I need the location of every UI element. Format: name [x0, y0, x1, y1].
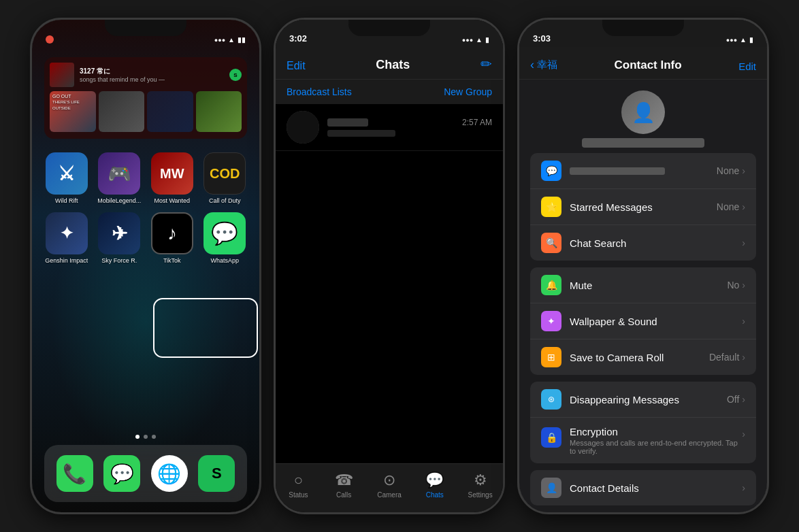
tab-settings[interactable]: ⚙ Settings: [457, 471, 503, 499]
tab-settings-icon: ⚙: [474, 471, 487, 489]
status-right-2: ●●● ▲ ▮: [462, 36, 489, 44]
settings-value-off: Off: [727, 394, 739, 405]
settings-row-search[interactable]: 🔍 Chat Search ›: [530, 225, 756, 261]
app-icon-whatsapp[interactable]: 💬: [203, 212, 246, 254]
settings-row-contact-details[interactable]: 👤 Contact Details ›: [530, 470, 756, 505]
contact-avatar-large: 👤: [621, 90, 665, 134]
broadcast-lists-button[interactable]: Broadcast Lists: [287, 86, 352, 97]
signal-2: ●●●: [462, 37, 473, 44]
app-icon-skyforce[interactable]: ✈: [98, 212, 140, 254]
settings-row-mute[interactable]: 🔔 Mute No ›: [530, 267, 756, 303]
settings-value-none-0: None: [717, 165, 739, 176]
encryption-sub-text: Messages and calls are end-to-end encryp…: [570, 439, 742, 455]
settings-chevron-2: ›: [742, 237, 745, 248]
record-indicator: [46, 35, 54, 44]
chats-edit-button[interactable]: Edit: [287, 60, 306, 72]
app-mobilelegend[interactable]: 🎮 MobileLegend...: [97, 152, 142, 204]
tab-camera[interactable]: ⊙ Camera: [367, 471, 412, 499]
settings-icon-starred: ⭐: [541, 197, 561, 217]
wifi-icon: ▲: [228, 36, 235, 44]
settings-row-name[interactable]: 💬 None ›: [530, 153, 756, 189]
tab-chats[interactable]: 💬 Chats: [412, 471, 457, 499]
dock-chrome[interactable]: 🌐: [151, 455, 188, 492]
notch-3: [602, 20, 684, 36]
status-left-2: 3:02: [289, 33, 307, 44]
spotify-thumb-1[interactable]: GO OUT THERE'S LIFE OUTSIDE: [50, 91, 96, 132]
app-icon-tiktok[interactable]: ♪: [151, 212, 193, 254]
chat-avatar-1: [287, 111, 319, 144]
app-label-skyforce: Sky Force R.: [101, 257, 137, 264]
chats-screen: 3:02 ●●● ▲ ▮ Edit Chats ✏ Broadcast List…: [276, 20, 503, 512]
settings-value-none-1: None: [717, 201, 739, 212]
settings-group-4: 👤 Contact Details ›: [519, 470, 767, 505]
dock: 📞 💬 🌐 S: [44, 445, 247, 502]
name-blur-bar: [570, 167, 665, 175]
tab-calls[interactable]: ☎ Calls: [321, 471, 367, 499]
settings-row-wallpaper[interactable]: ✦ Wallpaper & Sound ›: [530, 303, 756, 339]
settings-label-search: Chat Search: [570, 237, 742, 249]
settings-chevron-1: ›: [742, 201, 745, 212]
settings-row-starred[interactable]: ⭐ Starred Messages None ›: [530, 189, 756, 225]
spotify-logo-icon: S: [229, 69, 242, 81]
spotify-thumb-4[interactable]: [196, 91, 242, 132]
app-tiktok[interactable]: ♪ TikTok: [150, 212, 195, 264]
contact-back-button[interactable]: ‹ 幸福: [530, 58, 557, 72]
tab-camera-label: Camera: [377, 491, 402, 499]
section-gap-1: [519, 261, 767, 267]
dot-3: [152, 435, 156, 439]
settings-chevron-5: ›: [742, 352, 745, 363]
app-skyforce[interactable]: ✈ Sky Force R.: [97, 212, 142, 264]
notch-1: [105, 20, 186, 36]
app-whatsapp[interactable]: 💬 WhatsApp: [203, 212, 248, 264]
contact-edit-button[interactable]: Edit: [738, 61, 756, 72]
section-gap-3: [519, 463, 767, 470]
spotify-thumb-3[interactable]: [147, 91, 193, 132]
new-group-button[interactable]: New Group: [444, 86, 492, 97]
app-label-mobilelegend: MobileLegend...: [97, 197, 141, 204]
signal-3: ●●●: [726, 37, 737, 44]
contact-header: 👤: [519, 80, 767, 153]
settings-row-camera-roll[interactable]: ⊞ Save to Camera Roll Default ›: [530, 339, 756, 375]
time-display-2: 3:02: [289, 33, 307, 44]
tab-camera-icon: ⊙: [383, 471, 395, 489]
chats-compose-button[interactable]: ✏: [480, 56, 492, 72]
chat-preview-1: [327, 130, 395, 137]
app-genshin[interactable]: ✦ Genshin Impact: [44, 212, 89, 264]
spotify-thumb-1-text: GO OUT THERE'S LIFE OUTSIDE: [50, 91, 96, 114]
chat-name-1: [327, 118, 368, 127]
spotify-widget[interactable]: 3127 常に songs that remind me of you — S …: [44, 57, 247, 139]
app-label-mostwanted: Most Wanted: [154, 197, 190, 204]
settings-chevron-8: ›: [742, 482, 745, 493]
settings-row-disappearing[interactable]: ⊛ Disappearing Messages Off ›: [530, 382, 756, 418]
app-icon-genshin[interactable]: ✦: [46, 212, 88, 254]
app-wildrift[interactable]: ⚔ Wild Rift: [44, 152, 89, 204]
home-screen: ●●● ▲ ▮▮ 3127 常に songs that remind me of…: [32, 20, 259, 512]
spotify-album-art: [50, 63, 74, 87]
chats-tab-bar: ○ Status ☎ Calls ⊙ Camera 💬 Chats ⚙ S: [276, 463, 503, 512]
settings-label-starred: Starred Messages: [570, 201, 717, 213]
app-label-genshin: Genshin Impact: [45, 257, 88, 264]
app-icon-wildrift[interactable]: ⚔: [46, 152, 88, 195]
app-icon-mostwanted[interactable]: MW: [151, 152, 193, 195]
wifi-2: ▲: [476, 36, 483, 44]
app-callofduty[interactable]: COD Call of Duty: [203, 152, 248, 204]
dock-messages[interactable]: 💬: [103, 455, 140, 492]
signal-icon: ●●●: [214, 37, 225, 44]
app-label-callofduty: Call of Duty: [209, 197, 241, 204]
settings-label-wallpaper: Wallpaper & Sound: [570, 316, 742, 327]
chat-time-1: 2:57 AM: [462, 118, 492, 127]
spotify-widget-top: 3127 常に songs that remind me of you — S: [50, 63, 242, 87]
dock-spotify[interactable]: S: [198, 455, 235, 492]
tab-status[interactable]: ○ Status: [276, 471, 321, 499]
spotify-thumb-2[interactable]: [99, 91, 145, 132]
settings-chevron-0: ›: [742, 165, 745, 176]
settings-row-encryption[interactable]: 🔒 Encryption Messages and calls are end-…: [530, 418, 756, 463]
app-mostwanted[interactable]: MW Most Wanted: [150, 152, 195, 204]
spotify-title: 3127 常に: [80, 67, 224, 76]
app-icon-callofduty[interactable]: COD: [203, 152, 246, 195]
app-icon-mobilelegend[interactable]: 🎮: [98, 152, 140, 195]
dock-phone[interactable]: 📞: [56, 455, 93, 492]
app-label-tiktok: TikTok: [163, 257, 181, 264]
contact-name-blurred: [582, 138, 704, 148]
chat-item-1[interactable]: 2:57 AM: [276, 104, 503, 151]
